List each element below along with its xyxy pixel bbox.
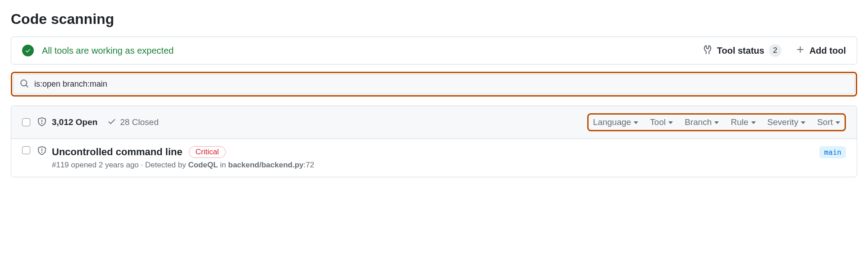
branch-label[interactable]: main xyxy=(819,146,846,158)
alert-checkbox[interactable] xyxy=(22,146,30,154)
open-count-tab[interactable]: 3,012 Open xyxy=(52,117,97,127)
tool-status-count: 2 xyxy=(769,44,781,57)
caret-down-icon xyxy=(751,121,756,124)
tool-status-label: Tool status xyxy=(717,46,764,56)
alerts-list: 3,012 Open 28 Closed Language Tool Branc… xyxy=(11,106,857,177)
severity-badge: Critical xyxy=(189,146,226,158)
filter-sort[interactable]: Sort xyxy=(817,117,840,127)
alert-meta: #119 opened 2 years ago · Detected by Co… xyxy=(52,161,819,170)
filter-language[interactable]: Language xyxy=(593,117,639,127)
status-card: All tools are working as expected Tool s… xyxy=(11,37,857,65)
caret-down-icon xyxy=(668,121,673,124)
shield-alert-icon xyxy=(37,146,46,157)
filter-tool[interactable]: Tool xyxy=(650,117,673,127)
page-title: Code scanning xyxy=(11,11,857,28)
add-tool-button[interactable]: Add tool xyxy=(796,45,846,56)
search-icon xyxy=(20,79,34,89)
closed-count-label: 28 Closed xyxy=(120,117,159,127)
caret-down-icon xyxy=(836,121,840,124)
search-input[interactable] xyxy=(34,79,848,89)
search-box[interactable] xyxy=(13,74,855,94)
filters-highlight-box: Language Tool Branch Rule Severity Sort xyxy=(587,113,846,131)
tool-status-button[interactable]: Tool status 2 xyxy=(703,44,781,57)
list-header: 3,012 Open 28 Closed Language Tool Branc… xyxy=(11,106,857,139)
filter-branch[interactable]: Branch xyxy=(685,117,719,127)
alert-row[interactable]: Uncontrolled command line Critical #119 … xyxy=(11,139,857,177)
filter-severity[interactable]: Severity xyxy=(767,117,806,127)
shield-alert-icon xyxy=(37,117,46,128)
caret-down-icon xyxy=(634,121,638,124)
search-highlight-box xyxy=(11,72,857,97)
tools-icon xyxy=(703,45,713,57)
plus-icon xyxy=(796,45,805,56)
caret-down-icon xyxy=(801,121,805,124)
filter-rule[interactable]: Rule xyxy=(731,117,755,127)
caret-down-icon xyxy=(714,121,719,124)
check-circle-icon xyxy=(22,45,34,56)
alert-title[interactable]: Uncontrolled command line xyxy=(52,146,183,158)
check-icon xyxy=(107,117,116,128)
add-tool-label: Add tool xyxy=(809,46,846,56)
status-message: All tools are working as expected xyxy=(42,46,703,56)
closed-count-tab[interactable]: 28 Closed xyxy=(107,117,159,128)
select-all-checkbox[interactable] xyxy=(22,118,30,126)
